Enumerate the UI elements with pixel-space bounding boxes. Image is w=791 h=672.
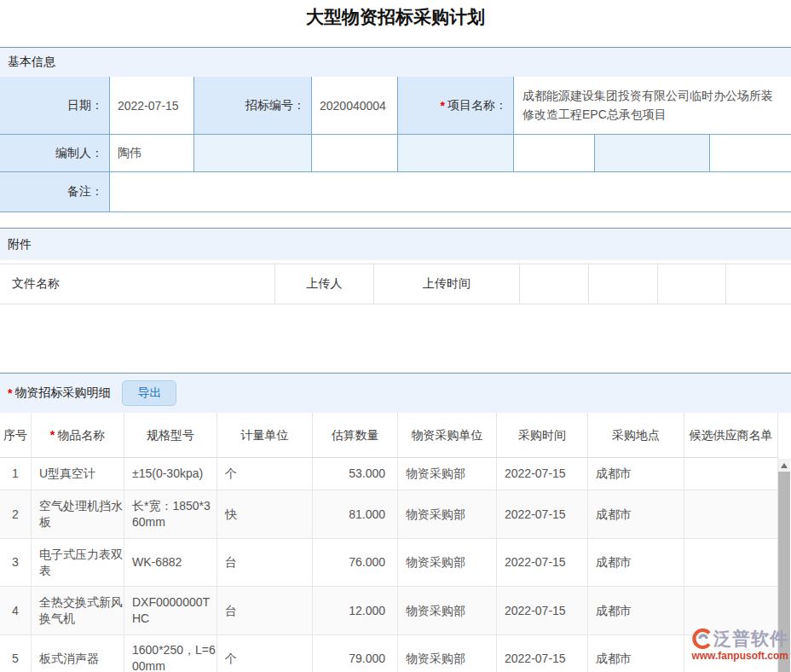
required-asterisk: * (50, 427, 55, 443)
empty-cell (312, 135, 398, 172)
watermark-brand-text: 泛普软件 (713, 627, 788, 651)
row-item-name: 电子式压力表双表 (32, 539, 124, 587)
row-item-name: 空气处理机挡水板 (32, 490, 124, 539)
row-suppliers (684, 458, 778, 490)
attachments-col-uploader: 上传人 (275, 264, 374, 304)
detail-col-item-name-text: 物品名称 (57, 427, 105, 443)
row-unit: 个 (217, 458, 313, 490)
detail-col-date: 采购时间 (497, 413, 588, 458)
remark-label: 备注： (0, 172, 110, 211)
detail-col-qty: 估算数量 (313, 413, 398, 458)
detail-table: 序号 * 物品名称 规格型号 计量单位 估算数量 物资采购单位 采购时间 采购地… (0, 413, 778, 672)
detail-col-dept: 物资采购单位 (398, 413, 497, 458)
preparer-value: 陶伟 (110, 135, 194, 172)
row-place: 成都市 (588, 539, 684, 587)
detail-col-place: 采购地点 (588, 413, 684, 458)
section-detail-header: * 物资招标采购明细 导出 (0, 373, 791, 413)
row-unit: 台 (217, 587, 313, 635)
row-qty: 12.000 (313, 587, 398, 635)
basic-info-table: 日期： 2022-07-15 招标编号： 2020040004 * 项目名称： … (0, 77, 791, 212)
scroll-up-arrow-icon[interactable] (778, 459, 790, 472)
row-date: 2022-07-15 (497, 490, 588, 539)
bid-number-value: 2020040004 (312, 77, 398, 135)
row-suppliers (684, 539, 778, 587)
empty-cell (710, 135, 791, 172)
vendor-watermark: 泛普软件 www.fanpusoft.com (691, 628, 788, 662)
row-spec: 长*宽：1850*360mm (124, 490, 217, 539)
attachments-col-empty (589, 264, 658, 304)
row-qty: 53.000 (313, 458, 398, 490)
project-name-value: 成都能源建设集团投资有限公司临时办公场所装修改造工程EPC总承包项目 (514, 77, 791, 135)
row-date: 2022-07-15 (497, 635, 588, 672)
row-dept: 物资采购部 (398, 539, 497, 587)
empty-cell (398, 135, 514, 172)
attachments-col-empty (520, 264, 589, 304)
row-spec: WK-6882 (124, 539, 217, 587)
section-attachments-header: 附件 (0, 228, 791, 260)
attachments-empty-area (0, 304, 791, 373)
fanpu-logo-icon (691, 629, 712, 649)
row-unit: 个 (217, 635, 313, 672)
attachments-col-file-name: 文件名称 (0, 264, 275, 304)
row-seq: 1 (0, 458, 32, 490)
row-place: 成都市 (588, 587, 684, 635)
row-qty: 76.000 (313, 539, 398, 587)
row-place: 成都市 (588, 490, 684, 539)
row-seq: 5 (0, 635, 32, 672)
row-date: 2022-07-15 (497, 539, 588, 587)
project-name-label-text: 项目名称： (447, 98, 507, 113)
project-name-label: * 项目名称： (398, 77, 514, 135)
date-value: 2022-07-15 (110, 77, 194, 135)
attachments-col-upload-time: 上传时间 (374, 264, 520, 304)
page: 大型物资招标采购计划 基本信息 日期： 2022-07-15 招标编号： 202… (0, 0, 791, 672)
preparer-label: 编制人： (0, 135, 110, 172)
remark-value (110, 172, 791, 211)
row-date: 2022-07-15 (497, 458, 588, 490)
required-asterisk: * (8, 386, 12, 400)
row-seq: 4 (0, 587, 32, 635)
bid-number-label: 招标编号： (194, 77, 312, 135)
detail-col-item-name: * 物品名称 (32, 413, 124, 458)
watermark-url-text: www.fanpusoft.com (691, 650, 788, 662)
detail-col-suppliers: 候选供应商名单 (684, 413, 778, 458)
section-detail-title: 物资招标采购明细 (14, 385, 110, 401)
detail-col-seq: 序号 (0, 413, 32, 458)
detail-col-spec: 规格型号 (124, 413, 217, 458)
attachments-table-header: 文件名称 上传人 上传时间 (0, 264, 791, 304)
row-dept: 物资采购部 (398, 587, 497, 635)
required-asterisk: * (441, 99, 445, 113)
section-attachments-title: 附件 (8, 237, 32, 252)
row-qty: 81.000 (313, 490, 398, 539)
section-basic-info-title: 基本信息 (8, 55, 55, 70)
row-place: 成都市 (588, 635, 684, 672)
row-spec: DXF0000000THC (124, 587, 217, 635)
row-item-name: U型真空计 (32, 458, 124, 490)
row-unit: 台 (217, 539, 313, 587)
page-title: 大型物资招标采购计划 (0, 5, 791, 29)
row-unit: 快 (217, 490, 313, 539)
row-spec: ±15(0-30kpa) (124, 458, 217, 490)
section-basic-info-header: 基本信息 (0, 47, 791, 77)
row-item-name: 全热交换式新风换气机 (32, 587, 124, 635)
row-item-name: 板式消声器 (32, 635, 124, 672)
date-label: 日期： (0, 77, 110, 135)
empty-cell (194, 135, 312, 172)
row-suppliers (684, 490, 778, 539)
detail-col-unit: 计量单位 (217, 413, 313, 458)
row-place: 成都市 (588, 458, 684, 490)
row-qty: 79.000 (313, 635, 398, 672)
attachments-col-empty (658, 264, 726, 304)
empty-cell (595, 135, 710, 172)
export-button[interactable]: 导出 (122, 380, 176, 406)
row-dept: 物资采购部 (398, 458, 497, 490)
row-seq: 2 (0, 490, 32, 539)
row-spec: 1600*250，L=600mm (124, 635, 217, 672)
row-dept: 物资采购部 (398, 490, 497, 539)
row-dept: 物资采购部 (398, 635, 497, 672)
attachments-col-empty (726, 264, 791, 304)
row-seq: 3 (0, 539, 32, 587)
row-date: 2022-07-15 (497, 587, 588, 635)
empty-cell (514, 135, 595, 172)
